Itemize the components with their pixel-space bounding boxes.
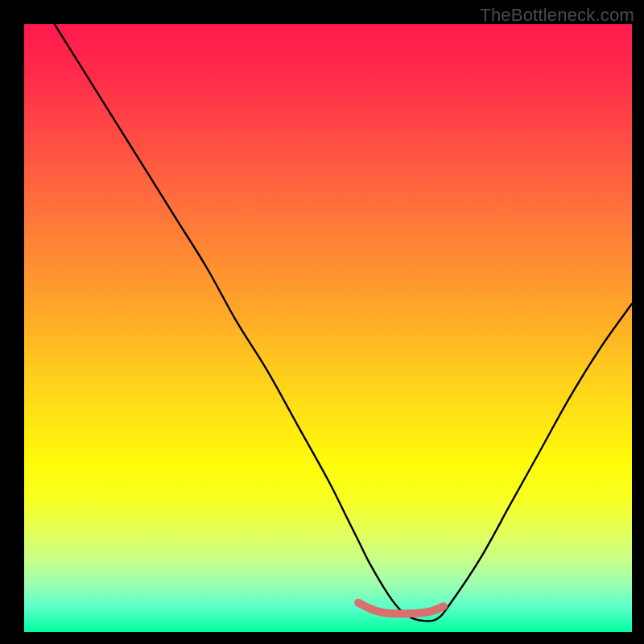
chart-plot-area bbox=[24, 24, 632, 632]
main-curve-path bbox=[55, 24, 632, 621]
highlight-segment-path bbox=[358, 603, 444, 614]
watermark-text: TheBottleneck.com bbox=[480, 5, 634, 26]
chart-svg bbox=[24, 24, 632, 632]
